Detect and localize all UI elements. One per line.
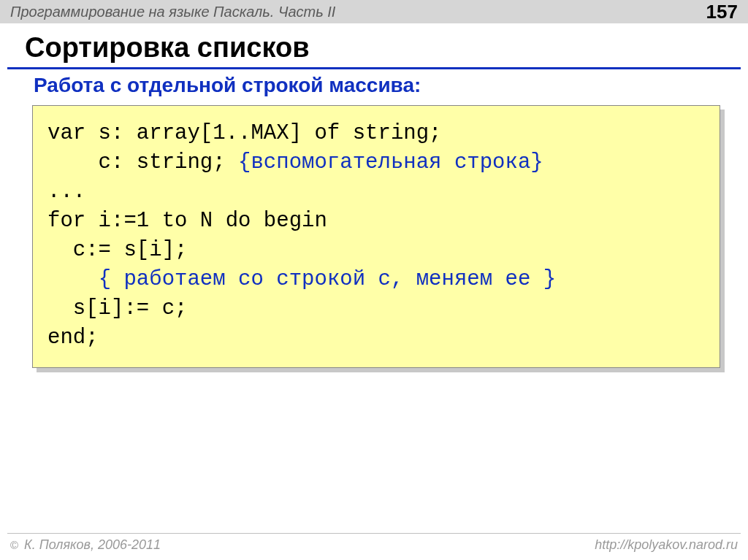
code-line: c: string; bbox=[47, 150, 238, 174]
footer-copyright: © К. Поляков, 2006-2011 bbox=[10, 537, 161, 553]
code-line: c:= s[i]; bbox=[47, 238, 187, 262]
header-bar: Программирование на языке Паскаль. Часть… bbox=[0, 0, 748, 23]
title-underline bbox=[7, 67, 741, 69]
code-line: ... bbox=[47, 180, 85, 204]
footer: © К. Поляков, 2006-2011 http://kpolyakov… bbox=[0, 537, 748, 553]
code-content: var s: array[1..MAX] of string; c: strin… bbox=[32, 105, 720, 368]
code-line: for i:=1 to N do begin bbox=[47, 209, 327, 233]
code-line: var s: array[1..MAX] of string; bbox=[47, 121, 442, 145]
slide: Программирование на языке Паскаль. Часть… bbox=[0, 0, 748, 560]
code-comment: {вспомогательная строка} bbox=[238, 150, 543, 174]
section-subtitle: Работа с отдельной строкой массива: bbox=[34, 74, 421, 97]
code-line: s[i]:= c; bbox=[47, 296, 187, 321]
header-breadcrumb: Программирование на языке Паскаль. Часть… bbox=[10, 4, 335, 20]
code-comment: { работаем со строкой c, меняем ее } bbox=[99, 267, 557, 291]
page-number: 157 bbox=[706, 1, 738, 23]
code-line bbox=[47, 267, 99, 291]
page-title: Сортировка списков bbox=[25, 32, 310, 64]
footer-author: К. Поляков, 2006-2011 bbox=[20, 537, 161, 552]
footer-url: http://kpolyakov.narod.ru bbox=[595, 537, 738, 553]
code-line: end; bbox=[47, 326, 99, 350]
footer-rule bbox=[7, 533, 741, 534]
code-block: var s: array[1..MAX] of string; c: strin… bbox=[32, 105, 720, 368]
copyright-icon: © bbox=[10, 539, 18, 551]
